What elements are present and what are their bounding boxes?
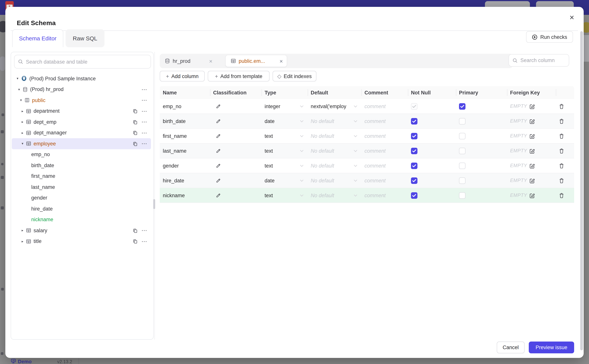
type-cell[interactable]: text — [261, 148, 308, 154]
panel-resize-handle[interactable] — [153, 199, 155, 209]
comment-cell[interactable]: comment — [361, 178, 408, 183]
column-name[interactable]: last_name — [160, 148, 210, 154]
primary-checkbox[interactable] — [459, 103, 465, 110]
default-cell[interactable]: No default — [308, 192, 361, 198]
primary-checkbox[interactable] — [459, 177, 465, 184]
copy-icon[interactable] — [133, 239, 138, 244]
edit-foreign-key-icon[interactable] — [529, 148, 535, 154]
pencil-icon[interactable] — [216, 178, 221, 183]
more-options-icon[interactable]: ⋯ — [141, 98, 147, 102]
more-options-icon[interactable]: ⋯ — [141, 131, 147, 135]
copy-icon[interactable] — [133, 228, 138, 233]
pencil-icon[interactable] — [216, 163, 221, 168]
edit-foreign-key-icon[interactable] — [529, 178, 535, 183]
pencil-icon[interactable] — [216, 193, 221, 198]
more-options-icon[interactable]: ⋯ — [141, 240, 147, 243]
tree-item-dept_manager[interactable]: ▸dept_manager⋯ — [11, 127, 153, 138]
tree-item-title[interactable]: ▸title⋯ — [11, 236, 153, 247]
caret-right-icon[interactable]: ▸ — [20, 240, 24, 243]
primary-checkbox[interactable] — [459, 192, 465, 199]
type-cell[interactable]: date — [261, 178, 308, 183]
editor-tab-public-employee[interactable]: public.em... × — [225, 55, 287, 67]
not-null-checkbox[interactable] — [411, 118, 417, 124]
comment-cell[interactable]: comment — [361, 118, 408, 124]
default-cell[interactable]: nextval('employ — [308, 103, 361, 109]
column-name[interactable]: first_name — [160, 133, 210, 139]
default-cell[interactable]: No default — [308, 148, 361, 154]
caret-down-icon[interactable]: ▾ — [19, 98, 23, 102]
default-cell[interactable]: No default — [308, 178, 361, 183]
caret-right-icon[interactable]: ▸ — [20, 120, 24, 124]
primary-checkbox[interactable] — [459, 118, 465, 124]
close-tab-icon[interactable]: × — [209, 58, 213, 64]
tree-item-salary[interactable]: ▸salary⋯ — [11, 225, 153, 236]
more-options-icon[interactable]: ⋯ — [141, 109, 147, 113]
caret-down-icon[interactable]: ▾ — [20, 142, 24, 146]
not-null-checkbox[interactable] — [411, 177, 417, 184]
default-cell[interactable]: No default — [308, 163, 361, 169]
edit-foreign-key-icon[interactable] — [529, 192, 535, 198]
edit-foreign-key-icon[interactable] — [529, 103, 535, 109]
comment-cell[interactable]: comment — [361, 148, 408, 154]
close-icon[interactable]: × — [567, 12, 577, 23]
caret-right-icon[interactable]: ▸ — [20, 229, 24, 233]
type-cell[interactable]: text — [261, 192, 308, 198]
more-options-icon[interactable]: ⋯ — [141, 88, 147, 91]
column-name[interactable]: gender — [160, 163, 210, 169]
tree-item-first_name[interactable]: first_name — [11, 171, 153, 182]
column-name[interactable]: emp_no — [160, 103, 210, 109]
cancel-button[interactable]: Cancel — [497, 342, 525, 353]
trash-icon[interactable] — [559, 163, 564, 169]
pencil-icon[interactable] — [216, 119, 221, 124]
type-cell[interactable]: text — [261, 163, 308, 169]
pencil-icon[interactable] — [216, 133, 221, 138]
tab-schema-editor[interactable]: Schema Editor — [12, 29, 63, 47]
more-options-icon[interactable]: ⋯ — [141, 120, 147, 124]
column-search-input[interactable] — [520, 58, 565, 63]
edit-foreign-key-icon[interactable] — [529, 118, 535, 124]
not-null-checkbox[interactable] — [411, 133, 417, 139]
tree-item-department[interactable]: ▸department⋯ — [11, 106, 153, 117]
column-name[interactable]: hire_date — [160, 178, 210, 183]
comment-cell[interactable]: comment — [361, 133, 408, 139]
trash-icon[interactable] — [559, 178, 564, 183]
tree-item-dept_emp[interactable]: ▸dept_emp⋯ — [11, 117, 153, 127]
type-cell[interactable]: text — [261, 133, 308, 139]
trash-icon[interactable] — [559, 192, 564, 198]
primary-checkbox[interactable] — [459, 133, 465, 139]
more-options-icon[interactable]: ⋯ — [141, 229, 147, 233]
not-null-checkbox[interactable] — [411, 162, 417, 169]
add-column-button[interactable]: + Add column — [160, 71, 205, 81]
caret-right-icon[interactable]: ▸ — [20, 109, 24, 113]
tree-item-last_name[interactable]: last_name — [11, 182, 153, 192]
tree-item--prod-prod-sample-instance[interactable]: ▾(Prod) Prod Sample Instance — [11, 73, 153, 84]
comment-cell[interactable]: comment — [361, 103, 408, 109]
default-cell[interactable]: No default — [308, 133, 361, 139]
trash-icon[interactable] — [559, 118, 564, 124]
type-cell[interactable]: integer — [261, 103, 308, 109]
copy-icon[interactable] — [133, 120, 138, 124]
not-null-checkbox[interactable] — [411, 192, 417, 199]
run-checks-button[interactable]: Run checks — [526, 31, 573, 43]
not-null-checkbox[interactable] — [411, 148, 417, 154]
tree-item-hire_date[interactable]: hire_date — [11, 203, 153, 214]
caret-down-icon[interactable]: ▾ — [17, 88, 21, 91]
trash-icon[interactable] — [559, 133, 564, 139]
primary-checkbox[interactable] — [459, 162, 465, 169]
column-name[interactable]: nickname — [160, 192, 210, 198]
tree-item-nickname[interactable]: nickname — [11, 214, 153, 225]
edit-foreign-key-icon[interactable] — [529, 163, 535, 169]
type-cell[interactable]: date — [261, 118, 308, 124]
pencil-icon[interactable] — [216, 148, 221, 153]
close-tab-icon[interactable]: × — [280, 58, 283, 64]
editor-tab-hr-prod[interactable]: hr_prod × — [160, 55, 216, 67]
comment-cell[interactable]: comment — [361, 163, 408, 169]
trash-icon[interactable] — [559, 103, 564, 109]
copy-icon[interactable] — [133, 109, 138, 114]
edit-indexes-button[interactable]: ◇ Edit indexes — [273, 71, 316, 81]
tree-item-birth_date[interactable]: birth_date — [11, 160, 153, 171]
tab-raw-sql[interactable]: Raw SQL — [66, 29, 104, 47]
tree-item-gender[interactable]: gender — [11, 192, 153, 203]
pencil-icon[interactable] — [216, 104, 221, 109]
caret-right-icon[interactable]: ▸ — [20, 131, 24, 135]
